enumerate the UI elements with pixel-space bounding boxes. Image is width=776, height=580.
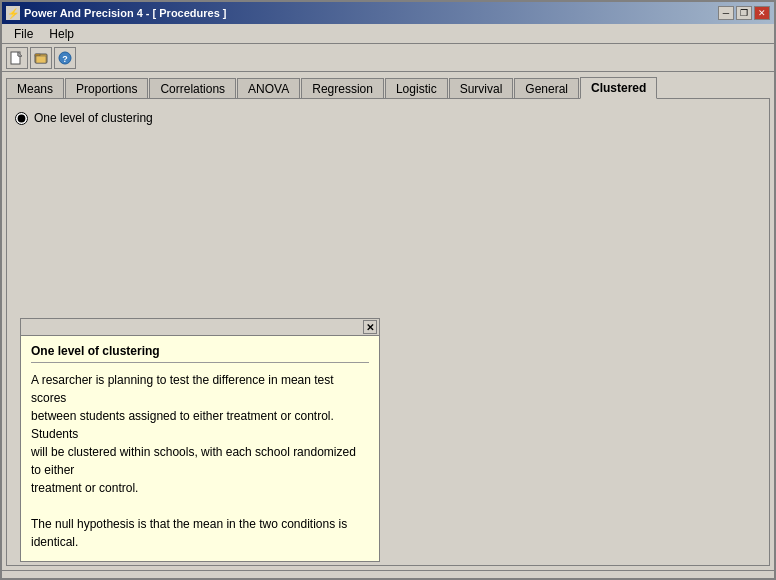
info-box-content: One level of clustering A resarcher is p… (21, 336, 379, 561)
new-icon (10, 51, 24, 65)
svg-rect-4 (36, 56, 46, 63)
status-bar (2, 570, 774, 578)
info-body-line6: The null hypothesis is that the mean in … (31, 517, 347, 549)
one-level-clustering-label: One level of clustering (34, 111, 153, 125)
svg-text:?: ? (62, 54, 68, 64)
tab-logistic[interactable]: Logistic (385, 78, 448, 99)
menu-bar: File Help (2, 24, 774, 44)
info-box-titlebar: ✕ (21, 319, 379, 336)
tab-anova[interactable]: ANOVA (237, 78, 300, 99)
tab-general[interactable]: General (514, 78, 579, 99)
minimize-button[interactable]: ─ (718, 6, 734, 20)
info-box-close-button[interactable]: ✕ (363, 320, 377, 334)
tab-clustered[interactable]: Clustered (580, 77, 657, 99)
close-button[interactable]: ✕ (754, 6, 770, 20)
help-button[interactable]: ? (54, 47, 76, 69)
window-controls: ─ ❐ ✕ (718, 6, 770, 20)
info-body-line4: treatment or control. (31, 481, 138, 495)
main-content: Means Proportions Correlations ANOVA Reg… (2, 72, 774, 570)
info-box-body: A resarcher is planning to test the diff… (31, 371, 369, 551)
info-body-line1: A resarcher is planning to test the diff… (31, 373, 334, 405)
open-icon (34, 51, 48, 65)
title-bar: ⚡ Power And Precision 4 - [ Procedures ]… (2, 2, 774, 24)
one-level-clustering-row: One level of clustering (15, 111, 761, 125)
info-box: ✕ One level of clustering A resarcher is… (20, 318, 380, 562)
new-button[interactable] (6, 47, 28, 69)
toolbar: ? (2, 44, 774, 72)
info-box-divider (31, 362, 369, 363)
tab-proportions[interactable]: Proportions (65, 78, 148, 99)
info-box-heading: One level of clustering (31, 344, 369, 358)
main-window: ⚡ Power And Precision 4 - [ Procedures ]… (0, 0, 776, 580)
window-title: Power And Precision 4 - [ Procedures ] (24, 7, 227, 19)
title-bar-left: ⚡ Power And Precision 4 - [ Procedures ] (6, 6, 227, 20)
help-icon: ? (58, 51, 72, 65)
restore-button[interactable]: ❐ (736, 6, 752, 20)
menu-item-file[interactable]: File (6, 25, 41, 43)
open-button[interactable] (30, 47, 52, 69)
one-level-clustering-radio[interactable] (15, 112, 28, 125)
tab-regression[interactable]: Regression (301, 78, 384, 99)
info-body-line3: will be clustered within schools, with e… (31, 445, 356, 477)
tab-survival[interactable]: Survival (449, 78, 514, 99)
tab-correlations[interactable]: Correlations (149, 78, 236, 99)
info-body-line2: between students assigned to either trea… (31, 409, 334, 441)
tab-means[interactable]: Means (6, 78, 64, 99)
tab-bar: Means Proportions Correlations ANOVA Reg… (6, 76, 770, 98)
app-icon: ⚡ (6, 6, 20, 20)
menu-item-help[interactable]: Help (41, 25, 82, 43)
svg-rect-3 (35, 54, 40, 56)
